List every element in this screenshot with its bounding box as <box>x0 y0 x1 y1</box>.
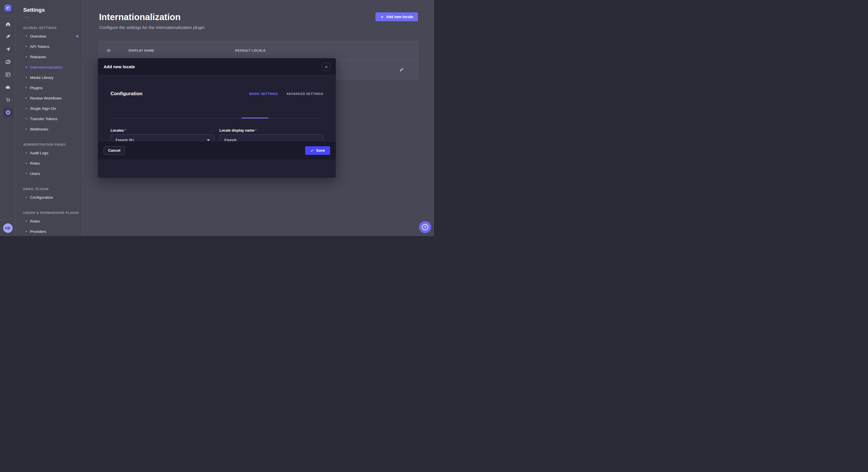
home-icon[interactable] <box>3 19 13 29</box>
sidebar-item-internationalization[interactable]: Internationalization <box>23 62 82 72</box>
icon-rail: KD <box>0 0 16 236</box>
paper-plane-icon[interactable] <box>3 44 13 55</box>
sidebar-item-api-tokens[interactable]: API Tokens <box>23 41 82 52</box>
gear-icon[interactable] <box>3 107 13 117</box>
sidebar-item-label: Providers <box>30 229 46 234</box>
modal-close-button[interactable] <box>322 63 330 71</box>
column-header-display-name: DISPLAY NAME <box>129 49 154 52</box>
tab-advanced-settings[interactable]: ADVANCED SETTINGS <box>286 92 323 96</box>
plus-icon <box>380 15 384 19</box>
add-new-locale-button[interactable]: Add new locale <box>375 12 418 21</box>
strapi-logo-icon[interactable] <box>5 5 11 11</box>
rail-divider-bottom <box>0 220 16 220</box>
sidebar-item-releases[interactable]: Releases <box>23 52 82 62</box>
sidebar-item-providers[interactable]: Providers <box>23 226 82 236</box>
sidebar-item-label: Transfer Tokens <box>30 117 58 121</box>
sidebar-item-label: Plugins <box>30 86 43 90</box>
sidebar-item-label: Users <box>30 171 40 176</box>
avatar[interactable]: KD <box>3 224 12 233</box>
section-list: Audit LogsRolesUsers <box>23 148 82 179</box>
layout-icon[interactable] <box>3 69 13 80</box>
column-header-id: ID <box>107 49 111 52</box>
sidebar-item-label: Roles <box>30 161 40 165</box>
bullet-icon <box>26 129 27 130</box>
sidebar-item-webhooks[interactable]: Webhooks <box>23 124 82 134</box>
sidebar-item-label: Releases <box>30 55 46 59</box>
modal-body: Configuration BASIC SETTINGSADVANCED SET… <box>98 75 336 160</box>
display-name-label-text: Locale display name <box>219 129 254 133</box>
settings-tabs: BASIC SETTINGSADVANCED SETTINGS <box>249 92 323 96</box>
close-icon <box>324 65 328 69</box>
sidebar-item-plugins[interactable]: Plugins <box>23 82 82 93</box>
required-asterisk: * <box>255 129 256 133</box>
cloud-icon[interactable] <box>3 82 13 92</box>
app-root: KD Settings GLOBAL SETTINGSOverviewAPI T… <box>0 0 434 236</box>
feather-icon[interactable] <box>3 32 13 42</box>
modal-footer: Cancel Save <box>98 141 336 160</box>
sidebar-item-overview[interactable]: Overview <box>23 31 82 41</box>
configuration-title: Configuration <box>111 91 143 97</box>
cart-icon[interactable] <box>3 95 13 105</box>
sidebar-item-label: Media Library <box>30 75 54 80</box>
bullet-icon <box>26 67 27 68</box>
sidebar-item-label: Webhooks <box>30 127 49 131</box>
bullet-icon <box>26 173 27 174</box>
section-list: OverviewAPI TokensReleasesInternationali… <box>23 31 82 134</box>
sidebar-item-label: Single Sign-On <box>30 106 56 111</box>
sidebar-title-divider <box>23 17 30 18</box>
bullet-icon <box>26 197 27 198</box>
section-list: RolesProviders <box>23 216 82 236</box>
sidebar-item-roles[interactable]: Roles <box>23 216 82 226</box>
sidebar-item-configuration[interactable]: Configuration <box>23 192 82 202</box>
sidebar-item-label: Roles <box>30 219 40 224</box>
bullet-icon <box>26 152 27 154</box>
locales-label: Locales* <box>111 129 214 133</box>
sidebar-item-label: Internationalization <box>30 65 63 69</box>
rail-icons <box>0 19 16 120</box>
help-button[interactable]: ? <box>419 221 431 233</box>
sidebar-sections: GLOBAL SETTINGSOverviewAPI TokensRelease… <box>23 26 82 236</box>
configuration-header-row: Configuration BASIC SETTINGSADVANCED SET… <box>111 75 323 97</box>
logo-arrow-icon <box>6 6 10 10</box>
save-label: Save <box>316 148 324 153</box>
sidebar-item-single-sign-on[interactable]: Single Sign-On <box>23 103 82 113</box>
section-list: Configuration <box>23 192 82 202</box>
check-icon <box>310 149 314 152</box>
sidebar-item-review-workflows[interactable]: Review Workflows <box>23 93 82 103</box>
sidebar-item-transfer-tokens[interactable]: Transfer Tokens <box>23 113 82 124</box>
tab-basic-settings[interactable]: BASIC SETTINGS <box>249 92 278 96</box>
sidebar-title: Settings <box>23 7 82 13</box>
section-label: EMAIL PLUGIN <box>23 187 82 191</box>
locales-label-text: Locales <box>111 129 124 133</box>
column-header-default-locale: DEFAULT LOCALE <box>235 49 266 52</box>
page-subtitle: Configure the settings for the Internati… <box>99 25 205 30</box>
sidebar-item-label: Overview <box>30 34 46 38</box>
bullet-icon <box>26 231 27 232</box>
sidebar-item-roles[interactable]: Roles <box>23 158 82 168</box>
section-label: ADMINISTRATION PANEL <box>23 143 82 146</box>
sidebar-item-label: Configuration <box>30 195 53 200</box>
media-library-icon[interactable] <box>3 57 13 67</box>
sidebar-item-label: Audit Logs <box>30 151 49 155</box>
modal-title: Add new locale <box>104 64 135 69</box>
help-icon: ? <box>422 224 428 230</box>
bullet-icon <box>26 77 27 78</box>
edit-locale-button[interactable] <box>399 67 404 72</box>
add-locale-modal: Add new locale Configuration BASIC SETTI… <box>98 58 336 178</box>
bullet-icon <box>26 163 27 164</box>
sidebar-item-users[interactable]: Users <box>23 168 82 179</box>
save-button[interactable]: Save <box>305 146 330 155</box>
modal-header: Add new locale <box>98 58 336 75</box>
sidebar-item-media-library[interactable]: Media Library <box>23 72 82 82</box>
bullet-icon <box>26 108 27 109</box>
page-title: Internationalization <box>99 12 181 22</box>
bullet-icon <box>26 221 27 222</box>
sidebar-item-audit-logs[interactable]: Audit Logs <box>23 148 82 158</box>
cancel-button[interactable]: Cancel <box>104 146 125 155</box>
bullet-icon <box>26 56 27 58</box>
section-label: GLOBAL SETTINGS <box>23 26 82 30</box>
sidebar-item-label: Review Workflows <box>30 96 62 100</box>
display-name-label: Locale display name* <box>219 129 323 133</box>
add-new-locale-label: Add new locale <box>386 14 413 19</box>
rail-divider-top <box>0 16 16 16</box>
